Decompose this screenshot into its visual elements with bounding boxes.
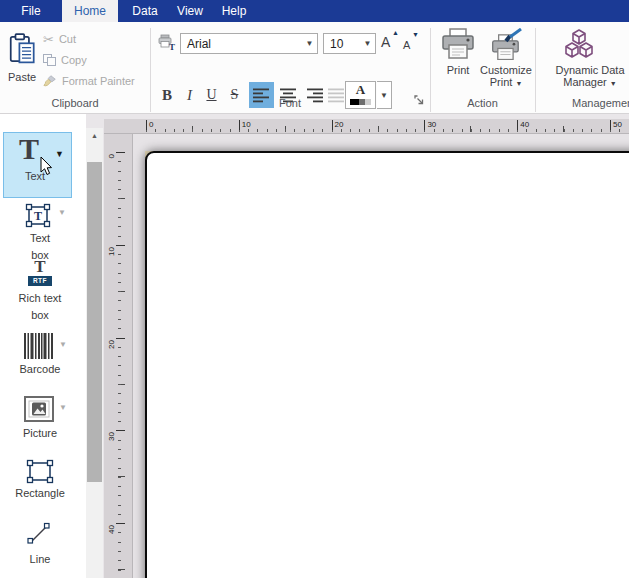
font-group-label: Font xyxy=(150,97,430,109)
print-button[interactable]: Print xyxy=(436,28,480,98)
format-painter-label: Format Painter xyxy=(62,75,135,87)
font-size-dropdown-icon: ▼ xyxy=(360,39,375,48)
customize-print-button[interactable]: Customize Print ▼ xyxy=(475,28,537,108)
dynamic-data-label-1: Dynamic Data xyxy=(545,64,629,76)
format-painter-button[interactable]: Format Painter xyxy=(43,72,135,90)
shrink-font-letter: A xyxy=(403,39,410,51)
management-group-label: Management xyxy=(572,97,629,109)
clipboard-group-label: Clipboard xyxy=(0,97,150,109)
svg-text:T: T xyxy=(34,209,42,223)
print-icon xyxy=(441,28,475,60)
toolbox-scrollbar[interactable]: ▲ xyxy=(86,128,103,578)
menu-tab-data[interactable]: Data xyxy=(122,0,168,22)
customize-print-icon xyxy=(489,28,523,60)
h-ruler-mark-10: 10 xyxy=(239,120,251,130)
h-ruler-mark-30: 30 xyxy=(424,120,436,130)
textbox-tool-icon: T xyxy=(23,202,53,230)
horizontal-ruler-ticks xyxy=(137,124,629,132)
scrollbar-up-arrow-icon[interactable]: ▲ xyxy=(86,128,103,144)
barcode-tool-icon xyxy=(24,333,54,359)
copy-button[interactable]: Copy xyxy=(43,51,87,69)
toolbox-panel: T ▼ Text T ▼ Text box T RTF xyxy=(0,114,86,578)
mouse-cursor xyxy=(40,157,55,177)
copy-label: Copy xyxy=(61,54,87,66)
horizontal-ruler: 0 10 20 30 40 50 xyxy=(104,119,629,134)
picture-label: Picture xyxy=(0,425,80,442)
text-tool-dropdown-icon[interactable]: ▼ xyxy=(55,149,64,159)
line-tool-icon xyxy=(27,521,53,546)
ribbon: Paste ✂ Cut Copy Format Painter Clipboar… xyxy=(0,22,629,114)
svg-text:T: T xyxy=(169,42,175,51)
dynamic-data-label-2: Manager ▼ xyxy=(545,76,629,88)
v-ruler-mark-40: 40 xyxy=(107,523,117,545)
v-ruler-mark-30: 30 xyxy=(107,430,117,452)
font-color-letter: A xyxy=(346,82,375,98)
richtext-tool-icon: T RTF xyxy=(27,258,53,286)
richtext-label-1: Rich text xyxy=(0,290,80,307)
customize-print-label-1: Customize xyxy=(475,64,537,76)
barcode-dropdown-icon[interactable]: ▼ xyxy=(59,340,67,349)
cut-label: Cut xyxy=(59,33,76,45)
canvas-viewport xyxy=(133,134,629,578)
customize-print-label-2: Print ▼ xyxy=(475,76,537,88)
textbox-dropdown-icon[interactable]: ▼ xyxy=(58,208,66,217)
format-painter-brush-icon xyxy=(43,74,57,88)
rectangle-tool-icon xyxy=(25,458,55,485)
grow-font-letter: A xyxy=(381,34,390,50)
scrollbar-thumb[interactable] xyxy=(87,162,102,482)
font-family-select[interactable]: Arial ▼ xyxy=(180,33,318,54)
grow-font-button[interactable]: A ▲ xyxy=(381,33,399,53)
grow-font-arrow-icon: ▲ xyxy=(392,29,399,36)
menu-tab-view[interactable]: View xyxy=(168,0,212,22)
font-family-dropdown-icon: ▼ xyxy=(302,39,317,48)
copy-icon xyxy=(43,54,56,67)
font-size-value: 10 xyxy=(324,37,360,51)
menu-tab-file[interactable]: File xyxy=(14,0,48,22)
h-ruler-mark-40: 40 xyxy=(517,120,529,130)
menu-tab-help[interactable]: Help xyxy=(212,0,256,22)
h-ruler-mark-50: 50 xyxy=(610,120,622,130)
printer-font-icon[interactable]: T xyxy=(158,34,176,50)
tool-text[interactable]: T ▼ Text xyxy=(3,132,72,198)
picture-dropdown-icon[interactable]: ▼ xyxy=(59,403,67,412)
font-size-select[interactable]: 10 ▼ xyxy=(323,33,376,54)
line-label: Line xyxy=(0,551,80,568)
label-design-canvas[interactable] xyxy=(145,151,629,578)
shrink-font-button[interactable]: A ▼ xyxy=(403,35,421,55)
print-label: Print xyxy=(436,64,480,76)
h-ruler-mark-20: 20 xyxy=(332,120,344,130)
v-ruler-mark-20: 20 xyxy=(107,338,117,360)
picture-tool-icon xyxy=(24,396,54,422)
vertical-ruler-ticks xyxy=(118,140,126,578)
paste-label: Paste xyxy=(4,71,40,83)
font-dialog-launcher-icon[interactable] xyxy=(414,95,425,106)
cut-button[interactable]: ✂ Cut xyxy=(43,30,76,48)
cubes-icon xyxy=(562,28,596,60)
scissors-icon: ✂ xyxy=(43,32,54,47)
rectangle-label: Rectangle xyxy=(0,485,80,502)
v-ruler-mark-0: 0 xyxy=(107,152,117,174)
textbox-label-1: Text xyxy=(0,230,80,247)
paste-clipboard-icon xyxy=(9,30,35,67)
paste-button[interactable]: Paste xyxy=(4,28,40,94)
text-tool-label: Text xyxy=(4,170,66,182)
richtext-label-2: box xyxy=(0,307,80,324)
shrink-font-arrow-icon: ▼ xyxy=(412,31,419,38)
v-ruler-mark-10: 10 xyxy=(107,245,117,267)
menu-bar: File Home Data View Help xyxy=(0,0,629,22)
barcode-label: Barcode xyxy=(0,361,80,378)
rtf-badge: RTF xyxy=(28,276,52,286)
dynamic-data-manager-button[interactable]: Dynamic Data Manager ▼ xyxy=(545,28,629,108)
group-separator xyxy=(535,28,536,112)
font-family-value: Arial xyxy=(181,37,302,51)
text-tool-icon: T xyxy=(19,132,39,166)
workspace: T ▼ Text T ▼ Text box T RTF xyxy=(0,114,629,578)
menu-tab-home[interactable]: Home xyxy=(62,0,118,22)
dynamic-data-dropdown-icon: ▼ xyxy=(610,80,617,87)
customize-print-dropdown-icon: ▼ xyxy=(515,80,522,87)
action-group-label: Action xyxy=(430,97,535,109)
h-ruler-mark-0: 0 xyxy=(146,120,153,130)
vertical-ruler: 0 10 20 30 40 xyxy=(104,134,133,578)
